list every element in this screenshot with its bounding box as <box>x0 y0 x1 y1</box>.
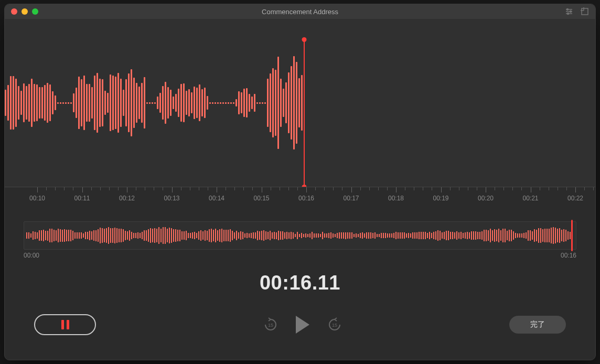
ruler-label: 00:16 <box>298 195 314 202</box>
ruler-label: 00:19 <box>433 195 448 202</box>
main-waveform[interactable] <box>5 19 595 187</box>
ruler-label: 00:20 <box>478 195 494 202</box>
close-window-button[interactable] <box>11 8 17 15</box>
settings-icon[interactable] <box>565 7 573 16</box>
svg-text:15: 15 <box>332 323 337 328</box>
overview-start-time: 00:00 <box>24 252 39 259</box>
svg-rect-6 <box>582 8 588 15</box>
voice-memo-window: Commencement Address 00:1000:1100:1200:1… <box>4 4 596 360</box>
minimize-window-button[interactable] <box>22 8 28 15</box>
ruler-label: 00:13 <box>164 195 179 202</box>
traffic-lights <box>11 8 38 15</box>
skip-forward-button[interactable]: 15 <box>327 317 342 332</box>
svg-point-5 <box>567 13 569 15</box>
svg-point-4 <box>570 11 572 13</box>
ruler-label: 00:12 <box>119 195 135 202</box>
pause-icon <box>61 320 69 329</box>
ruler-label: 00:17 <box>343 195 359 202</box>
time-ruler[interactable]: 00:1000:1100:1200:1300:1400:1500:1600:17… <box>5 187 595 212</box>
ruler-label: 00:22 <box>567 195 583 202</box>
titlebar-tools <box>565 7 589 16</box>
overview-section: 00:00 00:16 <box>5 212 595 259</box>
ruler-label: 00:15 <box>253 195 269 202</box>
ruler-label: 00:18 <box>388 195 404 202</box>
done-button-label: 完了 <box>530 320 545 329</box>
overview-times: 00:00 00:16 <box>24 252 576 259</box>
pause-button[interactable] <box>34 314 96 335</box>
ruler-label: 00:11 <box>74 195 90 202</box>
svg-point-3 <box>567 9 569 10</box>
window-title: Commencement Address <box>262 8 338 16</box>
center-controls: 15 15 <box>263 316 342 334</box>
current-time-display: 00:16.11 <box>5 272 595 294</box>
fullscreen-window-button[interactable] <box>32 8 38 15</box>
ruler-label: 00:14 <box>209 195 224 202</box>
overview-end-time: 00:16 <box>561 252 576 259</box>
done-button[interactable]: 完了 <box>509 316 566 334</box>
playhead[interactable] <box>304 40 305 187</box>
transport-controls: 15 15 完了 <box>5 294 595 335</box>
titlebar: Commencement Address <box>5 4 595 19</box>
ruler-label: 00:10 <box>29 195 45 202</box>
skip-back-button[interactable]: 15 <box>263 317 278 332</box>
overview-playhead[interactable] <box>571 220 573 251</box>
svg-text:15: 15 <box>268 323 273 328</box>
ruler-label: 00:21 <box>522 195 538 202</box>
trim-icon[interactable] <box>581 7 589 16</box>
overview-waveform[interactable] <box>24 221 576 250</box>
play-button[interactable] <box>296 316 309 334</box>
